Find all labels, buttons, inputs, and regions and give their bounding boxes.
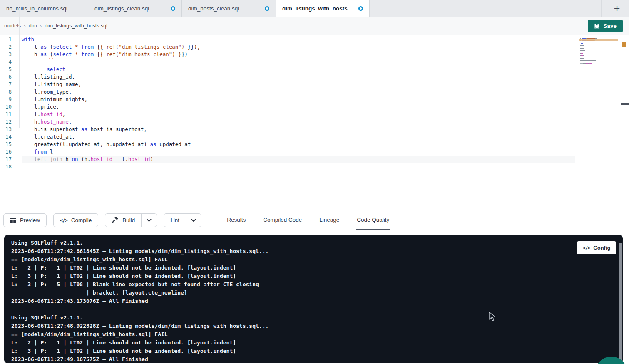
- code-icon: </>: [60, 218, 67, 223]
- line-number: 1: [0, 36, 12, 43]
- code-line-18[interactable]: 18: [0, 163, 620, 171]
- save-button[interactable]: Save: [588, 20, 623, 32]
- code-text: from l: [22, 148, 575, 156]
- line-number: 3: [0, 51, 12, 58]
- code-text: h.is_superhost as host_is_superhost,: [22, 126, 575, 133]
- terminal-line: == [models/dim/dim_listings_with_hosts.s…: [11, 330, 623, 339]
- line-number: 2: [0, 43, 12, 51]
- minimap-line: [579, 48, 618, 49]
- minimap-line: [579, 47, 618, 47]
- tab-no_nulls_in_columns.sql[interactable]: no_nulls_in_columns.sql: [0, 0, 88, 17]
- minimap-line: [579, 37, 618, 37]
- minimap-line: [579, 57, 618, 57]
- code-lines: 1with2 l as (select * from {{ ref("dim_l…: [0, 36, 620, 171]
- new-tab-button[interactable]: +: [611, 2, 623, 15]
- code-line-4[interactable]: 4: [0, 58, 620, 66]
- code-text: l as (select * from {{ ref("dim_listings…: [22, 43, 575, 51]
- lint-terminal[interactable]: Using SQLFluff v2.1.1.2023-06-06T11:27:4…: [4, 235, 623, 363]
- code-text: l.listing_id,: [22, 73, 575, 81]
- code-line-3[interactable]: 3 h as (select * from {{ ref("dim_hosts_…: [0, 51, 620, 58]
- line-number: 11: [0, 111, 12, 118]
- code-line-10[interactable]: 10 l.price,: [0, 103, 620, 111]
- code-editor[interactable]: 1with2 l as (select * from {{ ref("dim_l…: [0, 35, 620, 210]
- floppy-icon: [594, 23, 600, 29]
- terminal-scrollbar[interactable]: [619, 243, 622, 362]
- code-line-1[interactable]: 1with: [0, 36, 620, 43]
- tab-dim_hosts_clean.sql[interactable]: dim_hosts_clean.sql: [182, 0, 276, 17]
- code-text: h.host_name,: [22, 118, 575, 126]
- minimap-line: [579, 60, 618, 61]
- minimap-line: [579, 52, 618, 52]
- code-text: l.price,: [22, 103, 575, 111]
- tab-label: dim_hosts_clean.sql: [188, 5, 239, 12]
- panel-tab-lineage[interactable]: Lineage: [318, 210, 341, 230]
- code-text: l.listing_name,: [22, 81, 575, 88]
- build-button[interactable]: Build: [105, 214, 142, 227]
- line-number: 5: [0, 66, 12, 73]
- build-label: Build: [122, 217, 135, 223]
- terminal-line: L: 2 | P: 1 | LT02 | Line should not be …: [11, 264, 623, 272]
- breadcrumb-item[interactable]: dim: [29, 23, 37, 29]
- minimap[interactable]: [579, 37, 618, 83]
- minimap-line: [579, 43, 618, 44]
- code-text: l.minimum_nights,: [22, 96, 575, 103]
- minimap-line: [579, 65, 618, 66]
- code-line-12[interactable]: 12 h.host_name,: [0, 118, 620, 126]
- chevron-down-icon: [147, 219, 152, 222]
- code-line-16[interactable]: 16 from l: [0, 148, 620, 156]
- config-label: Config: [593, 245, 610, 251]
- open-file-tabs: no_nulls_in_columns.sqldim_listings_clea…: [0, 0, 370, 17]
- code-line-15[interactable]: 15 greatest(l.updated_at, h.updated_at) …: [0, 141, 620, 148]
- lint-dropdown-button[interactable]: [186, 214, 201, 227]
- line-number: 10: [0, 103, 12, 111]
- line-number: 12: [0, 118, 12, 126]
- tab-dim_listings_clean.sql[interactable]: dim_listings_clean.sql: [88, 0, 182, 17]
- minimap-line: [579, 63, 618, 64]
- chevron-down-icon: [191, 219, 196, 222]
- tab-dim_listings_with_hosts.sql[interactable]: dim_listings_with_hosts.sql: [276, 0, 370, 17]
- line-number: 4: [0, 58, 12, 66]
- terminal-line: 2023-06-06T11:27:48.922828Z — Linting mo…: [11, 322, 623, 330]
- terminal-line: Using SQLFluff v2.1.1.: [11, 239, 623, 247]
- breadcrumb: models›dim›dim_listings_with_hosts.sql: [4, 23, 107, 29]
- panel-tab-results[interactable]: Results: [226, 210, 247, 230]
- minimap-content: [579, 37, 618, 66]
- minimap-line: [579, 62, 618, 62]
- code-line-17[interactable]: 17 left join h on (h.host_id = l.host_id…: [0, 156, 620, 163]
- code-line-8[interactable]: 8 l.room_type,: [0, 88, 620, 96]
- minimap-line: [579, 50, 618, 51]
- minimap-change-band: [579, 39, 618, 41]
- breadcrumb-item[interactable]: models: [4, 23, 21, 29]
- mouse-cursor-icon: [488, 311, 497, 323]
- code-line-14[interactable]: 14 l.created_at,: [0, 133, 620, 141]
- compile-button[interactable]: </> Compile: [53, 213, 98, 227]
- terminal-line: Using SQLFluff v2.1.1.: [11, 314, 623, 322]
- code-line-9[interactable]: 9 l.minimum_nights,: [0, 96, 620, 103]
- code-line-5[interactable]: 5 select: [0, 66, 620, 73]
- lint-button[interactable]: Lint: [164, 214, 186, 227]
- panel-tab-compiled-code[interactable]: Compiled Code: [262, 210, 303, 230]
- indent-guide: [19, 8, 20, 128]
- panel-tabs: ResultsCompiled CodeLineageCode Quality: [226, 210, 405, 230]
- minimap-line: [579, 55, 618, 56]
- code-line-2[interactable]: 2 l as (select * from {{ ref("dim_listin…: [0, 43, 620, 51]
- code-text: l.created_at,: [22, 133, 575, 141]
- line-number: 18: [0, 163, 12, 171]
- line-number: 9: [0, 96, 12, 103]
- lint-split-button: Lint: [164, 213, 201, 227]
- breadcrumb-item[interactable]: dim_listings_with_hosts.sql: [45, 23, 107, 29]
- build-dropdown-button[interactable]: [142, 214, 157, 227]
- code-icon: </>: [583, 245, 590, 251]
- config-button[interactable]: </> Config: [577, 241, 616, 254]
- terminal-line: 2023-06-06T11:27:42.861845Z — Linting mo…: [11, 247, 623, 255]
- ide-window: no_nulls_in_columns.sqldim_listings_clea…: [0, 0, 629, 364]
- code-line-6[interactable]: 6 l.listing_id,: [0, 73, 620, 81]
- preview-button[interactable]: Preview: [3, 213, 47, 227]
- code-line-7[interactable]: 7 l.listing_name,: [0, 81, 620, 88]
- panel-tab-code-quality[interactable]: Code Quality: [356, 210, 390, 230]
- hammer-icon: [112, 217, 119, 224]
- code-line-11[interactable]: 11 l.host_id,: [0, 111, 620, 118]
- code-line-13[interactable]: 13 h.is_superhost as host_is_superhost,: [0, 126, 620, 133]
- line-number: 16: [0, 148, 12, 156]
- minimap-line: [579, 53, 618, 54]
